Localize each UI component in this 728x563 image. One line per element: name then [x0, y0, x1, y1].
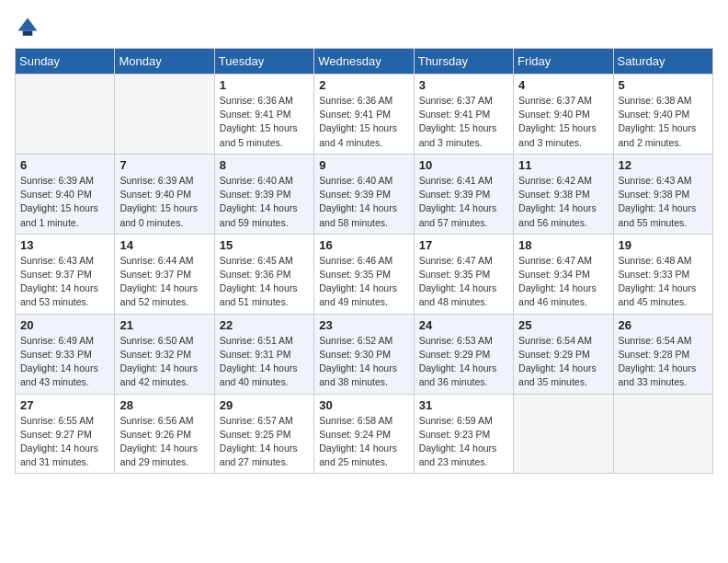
weekday-header: Saturday [613, 49, 712, 75]
day-number: 14 [119, 238, 209, 252]
day-number: 13 [20, 238, 109, 252]
day-info: Sunrise: 6:42 AM Sunset: 9:38 PM Dayligh… [518, 174, 608, 230]
day-info: Sunrise: 6:37 AM Sunset: 9:40 PM Dayligh… [518, 94, 608, 150]
day-info: Sunrise: 6:57 AM Sunset: 9:25 PM Dayligh… [220, 414, 309, 470]
calendar-cell: 21Sunrise: 6:50 AM Sunset: 9:32 PM Dayli… [115, 314, 214, 394]
day-number: 10 [419, 158, 508, 172]
weekday-header: Sunday [16, 49, 115, 75]
calendar-week-row: 13Sunrise: 6:43 AM Sunset: 9:37 PM Dayli… [16, 234, 713, 314]
calendar-cell: 31Sunrise: 6:59 AM Sunset: 9:23 PM Dayli… [414, 394, 513, 474]
day-info: Sunrise: 6:41 AM Sunset: 9:39 PM Dayligh… [419, 174, 508, 230]
calendar-header-row: SundayMondayTuesdayWednesdayThursdayFrid… [16, 49, 713, 75]
day-number: 18 [518, 238, 608, 252]
calendar-cell [514, 394, 613, 474]
day-info: Sunrise: 6:39 AM Sunset: 9:40 PM Dayligh… [20, 174, 109, 230]
day-info: Sunrise: 6:58 AM Sunset: 9:24 PM Dayligh… [319, 414, 408, 470]
day-number: 22 [220, 318, 309, 332]
calendar-cell: 26Sunrise: 6:54 AM Sunset: 9:28 PM Dayli… [613, 314, 712, 394]
day-info: Sunrise: 6:55 AM Sunset: 9:27 PM Dayligh… [20, 414, 109, 470]
calendar-cell: 14Sunrise: 6:44 AM Sunset: 9:37 PM Dayli… [115, 234, 214, 314]
day-info: Sunrise: 6:48 AM Sunset: 9:33 PM Dayligh… [619, 254, 708, 310]
calendar-cell: 16Sunrise: 6:46 AM Sunset: 9:35 PM Dayli… [314, 234, 414, 314]
calendar-cell: 18Sunrise: 6:47 AM Sunset: 9:34 PM Dayli… [514, 234, 613, 314]
day-info: Sunrise: 6:54 AM Sunset: 9:28 PM Dayligh… [619, 334, 708, 390]
day-info: Sunrise: 6:50 AM Sunset: 9:32 PM Dayligh… [119, 334, 209, 390]
calendar: SundayMondayTuesdayWednesdayThursdayFrid… [15, 48, 713, 474]
calendar-cell: 28Sunrise: 6:56 AM Sunset: 9:26 PM Dayli… [115, 394, 214, 474]
day-info: Sunrise: 6:43 AM Sunset: 9:37 PM Dayligh… [20, 254, 109, 310]
day-number: 21 [119, 318, 209, 332]
calendar-week-row: 27Sunrise: 6:55 AM Sunset: 9:27 PM Dayli… [16, 394, 713, 474]
logo-icon [15, 15, 40, 40]
calendar-cell: 7Sunrise: 6:39 AM Sunset: 9:40 PM Daylig… [115, 154, 214, 234]
calendar-week-row: 20Sunrise: 6:49 AM Sunset: 9:33 PM Dayli… [16, 314, 713, 394]
day-info: Sunrise: 6:40 AM Sunset: 9:39 PM Dayligh… [220, 174, 309, 230]
day-number: 17 [419, 238, 508, 252]
day-number: 11 [518, 158, 608, 172]
day-info: Sunrise: 6:54 AM Sunset: 9:29 PM Dayligh… [518, 334, 608, 390]
day-number: 15 [220, 238, 309, 252]
svg-marker-0 [18, 18, 38, 31]
day-number: 16 [319, 238, 408, 252]
day-info: Sunrise: 6:39 AM Sunset: 9:40 PM Dayligh… [119, 174, 209, 230]
calendar-cell: 19Sunrise: 6:48 AM Sunset: 9:33 PM Dayli… [613, 234, 712, 314]
day-info: Sunrise: 6:47 AM Sunset: 9:34 PM Dayligh… [518, 254, 608, 310]
day-info: Sunrise: 6:44 AM Sunset: 9:37 PM Dayligh… [119, 254, 209, 310]
day-number: 2 [319, 78, 408, 92]
page-header [15, 15, 713, 40]
day-number: 27 [20, 398, 109, 412]
weekday-header: Monday [115, 49, 214, 75]
calendar-cell: 22Sunrise: 6:51 AM Sunset: 9:31 PM Dayli… [214, 314, 313, 394]
day-info: Sunrise: 6:36 AM Sunset: 9:41 PM Dayligh… [220, 94, 309, 150]
day-info: Sunrise: 6:43 AM Sunset: 9:38 PM Dayligh… [619, 174, 708, 230]
day-info: Sunrise: 6:45 AM Sunset: 9:36 PM Dayligh… [220, 254, 309, 310]
day-number: 5 [619, 78, 708, 92]
calendar-cell [115, 75, 214, 155]
day-info: Sunrise: 6:52 AM Sunset: 9:30 PM Dayligh… [319, 334, 408, 390]
day-number: 8 [220, 158, 309, 172]
calendar-cell: 2Sunrise: 6:36 AM Sunset: 9:41 PM Daylig… [314, 75, 414, 155]
day-info: Sunrise: 6:46 AM Sunset: 9:35 PM Dayligh… [319, 254, 408, 310]
calendar-cell [16, 75, 115, 155]
day-number: 6 [20, 158, 109, 172]
calendar-week-row: 1Sunrise: 6:36 AM Sunset: 9:41 PM Daylig… [16, 75, 713, 155]
day-number: 9 [319, 158, 408, 172]
calendar-cell: 1Sunrise: 6:36 AM Sunset: 9:41 PM Daylig… [214, 75, 313, 155]
calendar-cell: 5Sunrise: 6:38 AM Sunset: 9:40 PM Daylig… [613, 75, 712, 155]
day-number: 29 [220, 398, 309, 412]
day-info: Sunrise: 6:36 AM Sunset: 9:41 PM Dayligh… [319, 94, 408, 150]
calendar-cell: 11Sunrise: 6:42 AM Sunset: 9:38 PM Dayli… [514, 154, 613, 234]
calendar-cell: 6Sunrise: 6:39 AM Sunset: 9:40 PM Daylig… [16, 154, 115, 234]
day-number: 28 [119, 398, 209, 412]
day-info: Sunrise: 6:51 AM Sunset: 9:31 PM Dayligh… [220, 334, 309, 390]
day-number: 19 [619, 238, 708, 252]
day-number: 26 [619, 318, 708, 332]
weekday-header: Friday [514, 49, 613, 75]
calendar-cell: 9Sunrise: 6:40 AM Sunset: 9:39 PM Daylig… [314, 154, 414, 234]
weekday-header: Thursday [414, 49, 513, 75]
calendar-cell [613, 394, 712, 474]
day-number: 3 [419, 78, 508, 92]
calendar-cell: 24Sunrise: 6:53 AM Sunset: 9:29 PM Dayli… [414, 314, 513, 394]
day-number: 25 [518, 318, 608, 332]
calendar-cell: 3Sunrise: 6:37 AM Sunset: 9:41 PM Daylig… [414, 75, 513, 155]
day-info: Sunrise: 6:38 AM Sunset: 9:40 PM Dayligh… [619, 94, 708, 150]
svg-rect-1 [23, 31, 33, 36]
day-number: 7 [119, 158, 209, 172]
day-info: Sunrise: 6:49 AM Sunset: 9:33 PM Dayligh… [20, 334, 109, 390]
calendar-cell: 8Sunrise: 6:40 AM Sunset: 9:39 PM Daylig… [214, 154, 313, 234]
calendar-week-row: 6Sunrise: 6:39 AM Sunset: 9:40 PM Daylig… [16, 154, 713, 234]
day-number: 20 [20, 318, 109, 332]
logo [15, 15, 44, 40]
calendar-cell: 13Sunrise: 6:43 AM Sunset: 9:37 PM Dayli… [16, 234, 115, 314]
calendar-cell: 29Sunrise: 6:57 AM Sunset: 9:25 PM Dayli… [214, 394, 313, 474]
day-info: Sunrise: 6:47 AM Sunset: 9:35 PM Dayligh… [419, 254, 508, 310]
calendar-cell: 17Sunrise: 6:47 AM Sunset: 9:35 PM Dayli… [414, 234, 513, 314]
day-number: 24 [419, 318, 508, 332]
day-info: Sunrise: 6:53 AM Sunset: 9:29 PM Dayligh… [419, 334, 508, 390]
day-number: 12 [619, 158, 708, 172]
calendar-cell: 10Sunrise: 6:41 AM Sunset: 9:39 PM Dayli… [414, 154, 513, 234]
calendar-cell: 4Sunrise: 6:37 AM Sunset: 9:40 PM Daylig… [514, 75, 613, 155]
calendar-cell: 15Sunrise: 6:45 AM Sunset: 9:36 PM Dayli… [214, 234, 313, 314]
day-number: 23 [319, 318, 408, 332]
